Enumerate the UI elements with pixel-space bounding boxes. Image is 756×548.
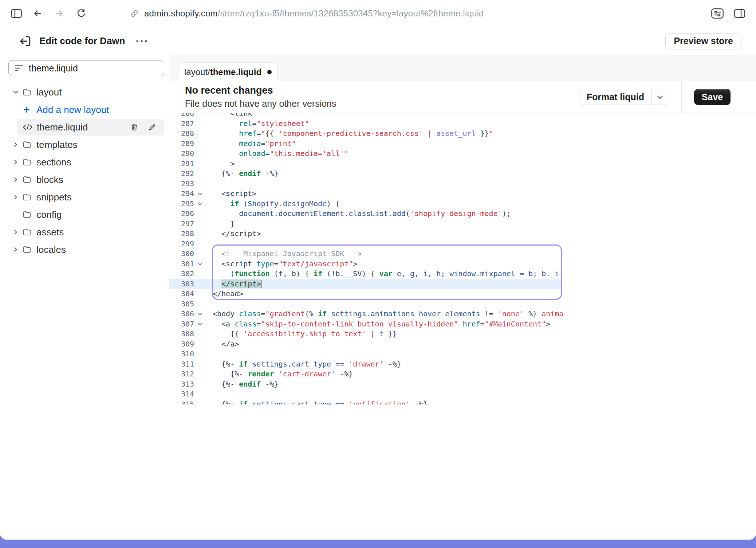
tree-item-assets[interactable]: assets xyxy=(0,223,169,241)
code-file-icon xyxy=(22,123,33,131)
tree-item-config[interactable]: config xyxy=(0,206,169,223)
line-number: 300 xyxy=(169,249,204,259)
chevron-right-icon[interactable] xyxy=(12,193,22,201)
fold-toggle-icon[interactable] xyxy=(198,261,202,266)
line-number: 307 xyxy=(169,319,204,329)
chevron-right-icon[interactable] xyxy=(12,158,22,166)
code-editor[interactable]: 286 <link287 rel="stylesheet"288 href="{… xyxy=(169,113,756,404)
format-options-button[interactable] xyxy=(652,89,668,105)
code-line-299[interactable]: 299 xyxy=(169,239,756,249)
code-text: </a> xyxy=(204,339,239,349)
code-text: rel="stylesheet" xyxy=(204,119,309,129)
tab-theme-liquid[interactable]: layout/theme.liquid xyxy=(178,62,278,81)
save-button[interactable]: Save xyxy=(694,89,731,105)
code-line-287[interactable]: 287 rel="stylesheet" xyxy=(169,119,756,129)
code-text: } xyxy=(204,219,235,229)
code-text: </script> xyxy=(204,229,261,239)
code-line-312[interactable]: 312 {%- render 'cart-drawer' -%} xyxy=(169,369,756,379)
tree-item-sections[interactable]: sections xyxy=(0,153,169,171)
code-line-314[interactable]: 314 xyxy=(169,389,756,399)
chevron-down-icon[interactable] xyxy=(12,89,22,96)
code-line-297[interactable]: 297 } xyxy=(169,219,756,229)
url-text: admin.shopify.com/store/rzq1xu-f5/themes… xyxy=(144,8,484,19)
reload-icon[interactable] xyxy=(76,8,87,19)
code-line-286[interactable]: 286 <link xyxy=(169,113,756,119)
tree-item-blocks[interactable]: blocks xyxy=(0,171,169,188)
panel-right-icon[interactable] xyxy=(733,8,746,19)
exit-icon[interactable] xyxy=(18,34,33,48)
code-line-306[interactable]: 306<body class="gradient{% if settings.a… xyxy=(169,309,756,319)
fold-toggle-icon[interactable] xyxy=(198,321,202,326)
code-text xyxy=(204,179,213,189)
format-liquid-button[interactable]: Format liquid xyxy=(579,89,651,105)
code-line-289[interactable]: 289 media="print" xyxy=(169,139,756,149)
code-text: > xyxy=(204,159,235,169)
chevron-down-icon xyxy=(657,93,663,99)
chevron-right-icon[interactable] xyxy=(12,141,22,148)
forward-icon[interactable] xyxy=(54,8,65,19)
code-line-296[interactable]: 296 document.documentElement.classList.a… xyxy=(169,209,756,219)
code-line-305[interactable]: 305 xyxy=(169,299,756,309)
code-text: media="print" xyxy=(204,139,296,149)
trash-icon[interactable] xyxy=(130,123,138,132)
folder-icon xyxy=(22,140,32,149)
line-number: 296 xyxy=(169,209,204,219)
tree-item-add-new-layout[interactable]: Add a new layout xyxy=(0,101,169,118)
more-options-icon[interactable] xyxy=(135,39,148,43)
code-line-311[interactable]: 311 {%- if settings.cart_type == 'drawer… xyxy=(169,359,756,369)
toolbar-divider xyxy=(681,81,682,113)
line-number: 287 xyxy=(169,119,204,129)
code-line-303[interactable]: 303 </script> xyxy=(169,279,756,289)
pencil-icon[interactable] xyxy=(148,123,156,132)
tree-item-theme-liquid[interactable]: theme.liquid xyxy=(17,119,164,136)
code-line-304[interactable]: 304</head> xyxy=(169,289,756,299)
code-line-300[interactable]: 300 <!-- Mixpanel Javascript SDK --> xyxy=(169,249,756,259)
code-line-313[interactable]: 313 {%- endif -%} xyxy=(169,379,756,390)
code-line-308[interactable]: 308 {{ 'accessibility.skip_to_text' | t … xyxy=(169,329,756,339)
tree-item-templates[interactable]: templates xyxy=(0,136,169,153)
folder-icon xyxy=(22,175,32,184)
file-search-box[interactable] xyxy=(8,60,164,76)
tree-item-layout[interactable]: layout xyxy=(0,83,169,101)
code-line-301[interactable]: 301 <script type="text/javascript"> xyxy=(169,259,756,269)
tree-item-label: layout xyxy=(36,87,62,98)
line-number: 314 xyxy=(169,389,204,399)
chevron-right-icon[interactable] xyxy=(12,228,22,236)
code-line-290[interactable]: 290 onload="this.media='all'" xyxy=(169,149,756,159)
tree-item-snippets[interactable]: snippets xyxy=(0,188,169,206)
code-line-307[interactable]: 307 <a class="skip-to-content-link butto… xyxy=(169,319,756,329)
code-line-298[interactable]: 298 </script> xyxy=(169,229,756,239)
line-number: 295 xyxy=(169,199,204,209)
preview-store-button[interactable]: Preview store xyxy=(665,33,741,49)
code-text xyxy=(204,299,213,309)
code-text: </script> xyxy=(204,279,261,289)
code-line-292[interactable]: 292 {%- endif -%} xyxy=(169,169,756,179)
address-bar[interactable]: admin.shopify.com/store/rzq1xu-f5/themes… xyxy=(130,8,484,19)
tree-item-label: locales xyxy=(36,244,66,255)
fold-toggle-icon[interactable] xyxy=(198,311,202,316)
code-line-302[interactable]: 302 (function (f, b) { if (!b.__SV) { va… xyxy=(169,269,756,279)
format-liquid-split-button: Format liquid xyxy=(579,89,668,105)
sidebar-toggle-icon[interactable] xyxy=(10,8,23,19)
code-text: </head> xyxy=(204,289,243,299)
code-line-291[interactable]: 291 > xyxy=(169,159,756,169)
chevron-right-icon[interactable] xyxy=(12,176,22,183)
text-cursor xyxy=(261,280,261,288)
fold-toggle-icon[interactable] xyxy=(198,201,202,206)
extensions-icon[interactable] xyxy=(711,8,724,19)
code-line-293[interactable]: 293 xyxy=(169,179,756,189)
code-line-294[interactable]: 294 <script> xyxy=(169,189,756,199)
code-line-315[interactable]: 315 {%- if settings.cart_type == 'notifi… xyxy=(169,399,756,405)
fold-toggle-icon[interactable] xyxy=(198,191,202,195)
code-line-288[interactable]: 288 href="{{ 'component-predictive-searc… xyxy=(169,129,756,139)
line-number: 298 xyxy=(169,229,204,239)
search-input[interactable] xyxy=(29,63,158,74)
status-subtitle: File does not have any other versions xyxy=(185,98,336,109)
back-icon[interactable] xyxy=(32,8,43,19)
code-line-310[interactable]: 310 xyxy=(169,349,756,359)
chevron-right-icon[interactable] xyxy=(12,246,22,253)
line-number: 299 xyxy=(169,239,204,249)
code-line-309[interactable]: 309 </a> xyxy=(169,339,756,349)
tree-item-locales[interactable]: locales xyxy=(0,241,169,258)
code-line-295[interactable]: 295 if (Shopify.designMode) { xyxy=(169,199,756,209)
